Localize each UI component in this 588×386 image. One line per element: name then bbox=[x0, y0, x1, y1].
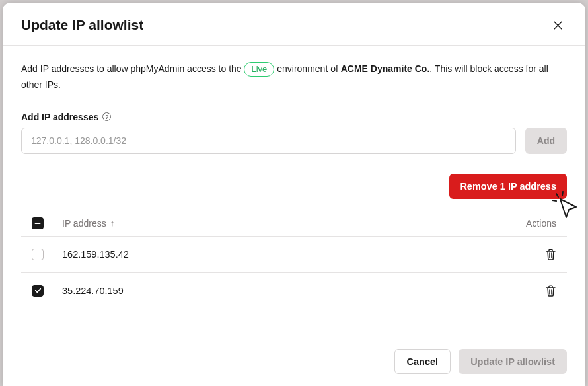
delete-row-button[interactable] bbox=[497, 285, 556, 297]
ip-table: IP address ↑ Actions 162.159.135.4235.22… bbox=[21, 211, 567, 309]
actions-column-header: Actions bbox=[497, 218, 556, 229]
desc-pre: Add IP addresses to allow phpMyAdmin acc… bbox=[21, 63, 244, 74]
row-checkbox[interactable] bbox=[32, 249, 44, 260]
row-checkbox[interactable] bbox=[32, 285, 44, 297]
environment-badge: Live bbox=[244, 62, 274, 77]
field-label-row: Add IP addresses ? bbox=[21, 112, 567, 122]
desc-mid: environment of bbox=[277, 63, 341, 74]
help-icon[interactable]: ? bbox=[102, 112, 111, 121]
close-button[interactable] bbox=[548, 16, 567, 34]
delete-row-button[interactable] bbox=[497, 249, 556, 260]
org-name: ACME Dynamite Co. bbox=[341, 63, 430, 74]
modal-title: Update IP allowlist bbox=[21, 17, 143, 33]
update-allowlist-button[interactable]: Update IP allowlist bbox=[459, 349, 567, 374]
close-icon bbox=[554, 21, 562, 30]
input-row: Add bbox=[21, 128, 567, 154]
modal-body: Add IP addresses to allow phpMyAdmin acc… bbox=[3, 46, 585, 337]
svg-line-1 bbox=[552, 200, 556, 201]
modal-header: Update IP allowlist bbox=[3, 3, 585, 46]
table-header: IP address ↑ Actions bbox=[21, 211, 567, 237]
table-row: 162.159.135.42 bbox=[21, 237, 567, 273]
sort-ascending-icon: ↑ bbox=[110, 218, 115, 228]
row-checkbox-cell bbox=[32, 285, 62, 297]
remove-ip-button[interactable]: Remove 1 IP address bbox=[449, 174, 567, 199]
check-icon bbox=[34, 287, 42, 294]
modal-description: Add IP addresses to allow phpMyAdmin acc… bbox=[21, 61, 567, 93]
header-checkbox-cell bbox=[32, 217, 62, 229]
remove-row: Remove 1 IP address bbox=[21, 174, 567, 199]
row-ip-cell: 35.224.70.159 bbox=[62, 286, 497, 296]
modal-footer: Cancel Update IP allowlist bbox=[3, 337, 585, 386]
trash-icon bbox=[545, 285, 556, 297]
select-all-checkbox[interactable] bbox=[32, 217, 44, 229]
table-row: 35.224.70.159 bbox=[21, 273, 567, 309]
trash-icon bbox=[545, 249, 556, 260]
ip-field-label: Add IP addresses bbox=[21, 112, 98, 122]
ip-address-input[interactable] bbox=[21, 128, 516, 154]
row-checkbox-cell bbox=[32, 249, 62, 260]
cancel-button[interactable]: Cancel bbox=[394, 349, 451, 374]
ip-column-header[interactable]: IP address ↑ bbox=[62, 218, 497, 229]
ip-allowlist-modal: Update IP allowlist Add IP addresses to … bbox=[3, 3, 585, 386]
add-button[interactable]: Add bbox=[525, 128, 567, 154]
ip-column-label: IP address bbox=[62, 218, 106, 229]
indeterminate-icon bbox=[34, 220, 41, 227]
row-ip-cell: 162.159.135.42 bbox=[62, 249, 497, 260]
